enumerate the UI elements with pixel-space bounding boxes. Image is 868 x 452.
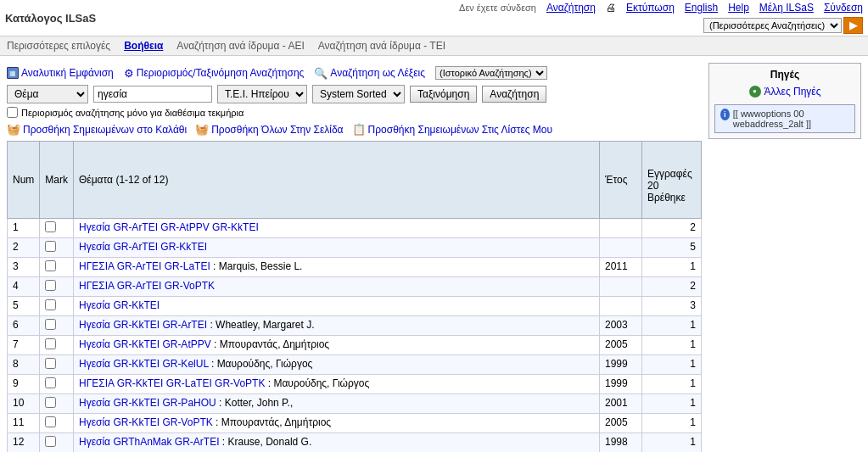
search-button[interactable]: Αναζήτηση — [482, 86, 546, 103]
cell-num: 1 — [8, 219, 40, 238]
table-row: 8Ηγεσία GR-KkTEI GR-KelUL : Μαυρούδης, Γ… — [8, 355, 702, 375]
col-year: Έτος — [600, 142, 642, 219]
cell-mark — [40, 219, 74, 238]
basket-all-icon-top: 🧺 — [195, 123, 209, 136]
subject-link[interactable]: Ηγεσία GR-KkTEI GR-AtPPV — [79, 338, 211, 350]
cell-records: 2 — [642, 277, 702, 297]
search-words-link[interactable]: 🔍 Αναζήτηση ως Λέξεις — [314, 67, 425, 80]
nav-help[interactable]: Help — [728, 2, 749, 14]
cell-num: 7 — [8, 336, 40, 355]
subject-link[interactable]: Ηγεσία GRThAnMak GR-ArTEI — [79, 436, 220, 448]
row-checkbox[interactable] — [45, 299, 56, 310]
table-row: 10Ηγεσία GR-KkTEI GR-PaHOU : Kotter, Joh… — [8, 394, 702, 414]
main-content: ▦ Αναλυτική Εμφάνιση ⚙ Περιορισμός/Ταξιν… — [0, 56, 868, 452]
subject-link[interactable]: ΗΓΕΣΙΑ GR-KkTEI GR-LaTEI GR-VoPTK — [79, 377, 265, 389]
row-checkbox[interactable] — [45, 241, 56, 252]
row-checkbox[interactable] — [45, 260, 56, 271]
search-field-select[interactable]: Θέμα Τίτλος Συγγραφέας ISBN — [7, 85, 88, 103]
analytical-view-link[interactable]: ▦ Αναλυτική Εμφάνιση — [7, 67, 114, 79]
basket-icon-top: 🧺 — [7, 123, 20, 136]
table-row: 1Ηγεσία GR-ArTEI GR-AtPPV GR-KkTEI2 — [8, 219, 702, 238]
cell-subject: Ηγεσία GR-KkTEI — [74, 297, 600, 316]
cell-num: 9 — [8, 375, 40, 394]
search-query-input[interactable] — [93, 86, 212, 103]
add-marked-lists-top[interactable]: 📋 Προσθήκη Σημειωμένων Στις Λίστες Μου — [352, 123, 553, 136]
add-marked-basket-top[interactable]: 🧺 Προσθήκη Σημειωμένων στο Καλάθι — [7, 123, 187, 136]
top-search-select[interactable]: (Περισσότερες Αναζητήσεις) — [703, 18, 842, 33]
row-checkbox[interactable] — [45, 397, 56, 408]
cell-subject: Ηγεσία GR-KkTEI GR-KelUL : Μαυρούδης, Γι… — [74, 355, 600, 375]
table-row: 12Ηγεσία GRThAnMak GR-ArTEI : Krause, Do… — [8, 433, 702, 453]
nav-members[interactable]: Μέλη ILSaS — [759, 2, 814, 14]
cell-subject: ΗΓΕΣΙΑ GR-ArTEI GR-VoPTK — [74, 277, 600, 297]
cell-year — [600, 219, 642, 238]
subject-link[interactable]: Ηγεσία GR-ArTEI GR-AtPPV GR-KkTEI — [79, 221, 259, 233]
table-row: 6Ηγεσία GR-KkTEI GR-ArTEI : Wheatley, Ma… — [8, 316, 702, 336]
subject-link[interactable]: Ηγεσία GR-KkTEI GR-ArTEI — [79, 319, 207, 331]
subject-link[interactable]: Ηγεσία GR-KkTEI GR-PaHOU — [79, 397, 216, 409]
cell-mark — [40, 277, 74, 297]
cell-records: 2 — [642, 219, 702, 238]
cell-records: 1 — [642, 414, 702, 433]
table-row: 4ΗΓΕΣΙΑ GR-ArTEI GR-VoPTK2 — [8, 277, 702, 297]
info-box: i [[ wwwoptions 00 webaddress_2alt ]] — [714, 104, 855, 133]
limit-checkbox-label: Περιορισμός αναζήτησης μόνο για διαθέσιμ… — [21, 108, 244, 118]
other-sources-link[interactable]: ● Άλλες Πηγές — [714, 86, 855, 98]
nav-search[interactable]: Αναζήτηση — [546, 2, 596, 14]
cell-year: 1999 — [600, 355, 642, 375]
history-dropdown[interactable]: (Ιστορικό Αναζήτησης) — [435, 66, 547, 80]
nav-more-options[interactable]: Περισσότερες επιλογές — [7, 40, 110, 52]
cell-mark — [40, 355, 74, 375]
add-all-top[interactable]: 🧺 Προσθήκη Όλων Στην Σελίδα — [195, 123, 343, 136]
gear-icon: ⚙ — [124, 67, 134, 80]
cell-records: 1 — [642, 375, 702, 394]
cell-year — [600, 297, 642, 316]
print-icon: 🖨 — [606, 2, 616, 14]
row-checkbox[interactable] — [45, 338, 56, 349]
cell-num: 12 — [8, 433, 40, 453]
cell-year: 1998 — [600, 433, 642, 453]
magnify-icon: 🔍 — [314, 67, 328, 80]
subject-link[interactable]: Ηγεσία GR-KkTEI GR-VoPTK — [79, 416, 213, 428]
app-title: Κατάλογος ILSaS — [5, 12, 96, 25]
subject-link[interactable]: Ηγεσία GR-ArTEI GR-KkTEI — [79, 241, 207, 253]
sort-button[interactable]: Ταξινόμηση — [410, 86, 477, 103]
limit-checkbox-row: Περιορισμός αναζήτησης μόνο για διαθέσιμ… — [7, 107, 702, 118]
top-action-links: 🧺 Προσθήκη Σημειωμένων στο Καλάθι 🧺 Προσ… — [7, 123, 702, 136]
row-checkbox[interactable] — [45, 358, 56, 369]
row-checkbox[interactable] — [45, 377, 56, 388]
nav-search-aei[interactable]: Αναζήτηση ανά ίδρυμα - ΑΕΙ — [176, 40, 304, 52]
cell-subject: Ηγεσία GR-KkTEI GR-ArTEI : Wheatley, Mar… — [74, 316, 600, 336]
institution-select[interactable]: T.Ε.Ι. Ηπείρου Όλα ΑΕΙ ΤΕΙ — [217, 85, 307, 103]
cell-mark — [40, 316, 74, 336]
subject-link[interactable]: Ηγεσία GR-KkTEI — [79, 299, 160, 311]
row-checkbox[interactable] — [45, 221, 56, 232]
col-subject: Θέματα (1-12 of 12) — [74, 142, 600, 219]
limit-sort-link[interactable]: ⚙ Περιορισμός/Ταξινόμηση Αναζήτησης — [124, 67, 305, 80]
subject-link[interactable]: ΗΓΕΣΙΑ GR-ArTEI GR-VoPTK — [79, 280, 215, 292]
cell-records: 1 — [642, 355, 702, 375]
nav-help[interactable]: Βοήθεια — [124, 40, 163, 52]
cell-mark — [40, 336, 74, 355]
table-row: 5Ηγεσία GR-KkTEI3 — [8, 297, 702, 316]
row-checkbox[interactable] — [45, 416, 56, 427]
sort-select[interactable]: System Sorted Τίτλος Συγγραφέας Έτος — [312, 85, 405, 103]
cell-num: 6 — [8, 316, 40, 336]
cell-subject: Ηγεσία GR-ArTEI GR-AtPPV GR-KkTEI — [74, 219, 600, 238]
cell-num: 11 — [8, 414, 40, 433]
limit-checkbox[interactable] — [7, 107, 18, 118]
top-search-button[interactable]: ▶ — [843, 17, 863, 34]
nav-english[interactable]: English — [685, 2, 718, 14]
row-checkbox[interactable] — [45, 436, 56, 447]
top-search-container: (Περισσότερες Αναζητήσεις) ▶ — [703, 17, 863, 34]
nav-login[interactable]: Σύνδεση — [824, 2, 863, 14]
cell-mark — [40, 258, 74, 277]
nav-search-tei[interactable]: Αναζήτηση ανά ίδρυμα - ΤΕΙ — [318, 40, 445, 52]
nav-print[interactable]: Εκτύπωση — [626, 2, 675, 14]
top-nav-links: Δεν έχετε σύνδεση Αναζήτηση 🖨 Εκτύπωση E… — [459, 2, 863, 14]
row-checkbox[interactable] — [45, 280, 56, 291]
subject-link[interactable]: ΗΓΕΣΙΑ GR-ArTEI GR-LaTEI — [79, 260, 210, 272]
subject-link[interactable]: Ηγεσία GR-KkTEI GR-KelUL — [79, 358, 209, 370]
row-checkbox[interactable] — [45, 319, 56, 330]
col-mark: Mark — [40, 142, 74, 219]
